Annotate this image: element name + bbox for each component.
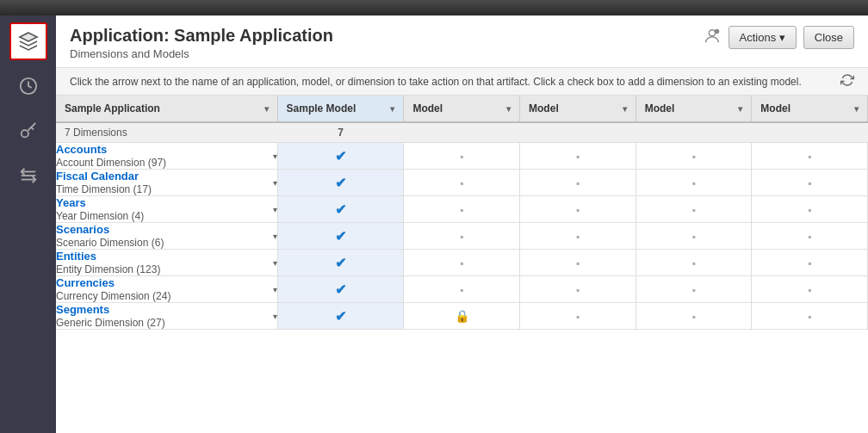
table-row: Fiscal CalendarTime Dimension (17)▾✔▪▪▪▪ (56, 170, 868, 196)
model-check-cell[interactable]: ▪ (520, 276, 636, 303)
sample-model-check[interactable]: ✔ (277, 223, 404, 250)
model-check-cell[interactable]: ▪ (520, 196, 636, 223)
col5-arrow: ▾ (738, 104, 742, 114)
unchecked-icon: ▪ (691, 177, 695, 189)
lock-icon: 🔒 (455, 309, 469, 323)
sidebar-icon-cube[interactable] (9, 22, 47, 60)
col-app-header[interactable]: Sample Application ▾ (56, 96, 277, 122)
checkmark-icon: ✔ (335, 176, 346, 190)
sample-model-check[interactable]: ✔ (277, 143, 404, 170)
dim-name-link[interactable]: Fiscal Calendar (56, 170, 139, 182)
model-check-cell[interactable]: ▪ (636, 223, 752, 250)
model-check-cell[interactable]: ▪ (636, 196, 752, 223)
model-check-cell[interactable]: ▪ (404, 276, 520, 303)
refresh-icon[interactable] (840, 73, 854, 90)
dim-name-link[interactable]: Scenarios (56, 223, 109, 236)
table-row: SegmentsGeneric Dimension (27)▾✔🔒▪▪▪ (56, 303, 868, 330)
table-container[interactable]: Sample Application ▾ Sample Model ▾ (56, 96, 868, 433)
dim-chevron-icon[interactable]: ▾ (273, 258, 277, 268)
dim-name-link[interactable]: Entities (56, 250, 96, 263)
unchecked-icon: ▪ (691, 284, 695, 296)
col-model4-header[interactable]: Model ▾ (636, 96, 752, 122)
dim-name-link[interactable]: Segments (56, 303, 109, 316)
svg-text:+: + (715, 29, 717, 34)
svg-point-1 (21, 130, 28, 137)
dim-count-label: 7 Dimensions (56, 122, 277, 143)
sample-model-check[interactable]: ✔ (277, 276, 404, 303)
unchecked-icon: ▪ (808, 284, 811, 296)
dim-chevron-icon[interactable]: ▾ (273, 178, 277, 188)
table-row: AccountsAccount Dimension (97)▾✔▪▪▪▪ (56, 143, 868, 170)
sidebar-icon-layers[interactable] (9, 157, 47, 195)
col2-arrow: ▾ (390, 104, 394, 114)
model-check-cell[interactable]: ▪ (636, 250, 752, 276)
sample-model-check[interactable]: ✔ (277, 250, 404, 276)
dim-name-link[interactable]: Currencies (56, 276, 115, 289)
unchecked-icon: ▪ (576, 231, 580, 243)
dim-type: Entity Dimension (123) (56, 263, 160, 275)
dim-chevron-icon[interactable]: ▾ (273, 232, 277, 241)
checkmark-icon: ✔ (335, 149, 346, 164)
model-check-cell[interactable]: ▪ (404, 143, 520, 170)
actions-button[interactable]: Actions ▾ (728, 26, 797, 49)
dim-name-link[interactable]: Accounts (56, 143, 107, 156)
col1-arrow: ▾ (264, 104, 269, 114)
sidebar-icon-key[interactable] (9, 112, 47, 150)
model-check-cell[interactable]: ▪ (520, 223, 636, 250)
unchecked-icon: ▪ (691, 311, 695, 323)
model-check-cell[interactable]: ▪ (752, 143, 868, 170)
sidebar (0, 15, 56, 433)
unchecked-icon: ▪ (576, 311, 580, 323)
sample-model-check[interactable]: ✔ (277, 170, 404, 196)
sample-model-check[interactable]: ✔ (277, 196, 404, 223)
col-model5-header[interactable]: Model ▾ (752, 96, 868, 122)
table-row: ScenariosScenario Dimension (6)▾✔▪▪▪▪ (56, 223, 868, 250)
model-check-cell[interactable]: ▪ (752, 250, 868, 276)
sample-model-check[interactable]: ✔ (277, 303, 404, 330)
model-check-cell[interactable]: ▪ (404, 196, 520, 223)
model-check-cell[interactable]: ▪ (520, 303, 636, 330)
close-button[interactable]: Close (803, 26, 854, 49)
dim-type: Account Dimension (97) (56, 157, 166, 169)
model-check-cell[interactable]: ▪ (404, 170, 520, 196)
model-check-cell[interactable]: ▪ (752, 223, 868, 250)
unchecked-icon: ▪ (460, 257, 463, 269)
model-check-cell[interactable]: ▪ (404, 250, 520, 276)
unchecked-icon: ▪ (576, 151, 580, 163)
col6-arrow: ▾ (854, 104, 859, 114)
sidebar-icon-clock[interactable] (9, 67, 47, 105)
col-model3-header[interactable]: Model ▾ (520, 96, 636, 122)
model-check-cell[interactable]: ▪ (520, 143, 636, 170)
dim-type: Time Dimension (17) (56, 183, 152, 195)
table-row: EntitiesEntity Dimension (123)▾✔▪▪▪▪ (56, 250, 868, 276)
model-check-cell[interactable]: ▪ (752, 170, 868, 196)
model-check-cell[interactable]: 🔒 (404, 303, 520, 330)
model-check-cell[interactable]: ▪ (636, 143, 752, 170)
model-check-cell[interactable]: ▪ (636, 303, 752, 330)
page-subtitle: Dimensions and Models (70, 47, 333, 60)
dim-chevron-icon[interactable]: ▾ (273, 285, 277, 294)
model-check-cell[interactable]: ▪ (636, 276, 752, 303)
model-check-cell[interactable]: ▪ (520, 250, 636, 276)
col-model2-header[interactable]: Model ▾ (404, 96, 520, 122)
unchecked-icon: ▪ (691, 151, 695, 163)
dim-chevron-icon[interactable]: ▾ (273, 312, 277, 321)
model-check-cell[interactable]: ▪ (752, 276, 868, 303)
info-text: Click the arrow next to the name of an a… (70, 76, 802, 88)
dim-chevron-icon[interactable]: ▾ (273, 205, 277, 214)
table-row: YearsYear Dimension (4)▾✔▪▪▪▪ (56, 196, 868, 223)
dim-name-link[interactable]: Years (56, 196, 86, 209)
dim-chevron-icon[interactable]: ▾ (273, 152, 277, 161)
model-check-cell[interactable]: ▪ (404, 223, 520, 250)
model-check-cell[interactable]: ▪ (520, 170, 636, 196)
top-bar (0, 0, 868, 15)
col-model1-header[interactable]: Sample Model ▾ (277, 96, 404, 122)
model-check-cell[interactable]: ▪ (636, 170, 752, 196)
checkmark-icon: ✔ (335, 256, 346, 270)
dim-count-row: 7 Dimensions 7 (56, 122, 868, 143)
unchecked-icon: ▪ (576, 257, 580, 269)
unchecked-icon: ▪ (808, 177, 811, 189)
model-check-cell[interactable]: ▪ (752, 196, 868, 223)
dim-type: Scenario Dimension (6) (56, 237, 164, 249)
model-check-cell[interactable]: ▪ (752, 303, 868, 330)
